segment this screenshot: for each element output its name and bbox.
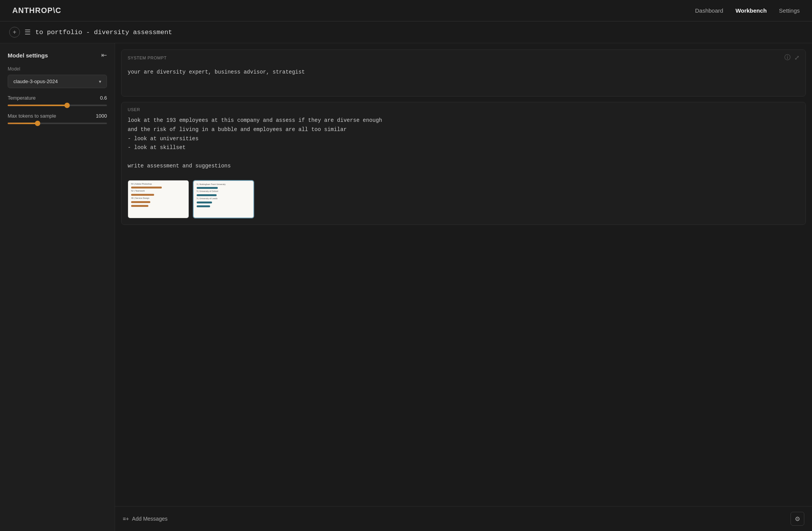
subheader: + ☰ to portfolio - diversity assessment [0,21,812,43]
thumb-row: 54 | Adobe Photoshop [131,183,186,186]
thumb-label: 5 | University of Leeds [197,197,224,200]
system-prompt-content[interactable]: your are diversity expert, business advi… [122,66,805,96]
info-icon[interactable]: ⓘ [784,54,791,62]
model-select-value: claude-3-opus-2024 [13,79,58,84]
nav-settings[interactable]: Settings [779,7,800,14]
user-message-content[interactable]: look at the 193 employees at this compan… [122,114,805,176]
thumb-bar [197,194,217,196]
page-title: to portfolio - diversity assessment [35,29,172,36]
thumb-bar [131,201,150,203]
thumbnail-1[interactable]: 54 | Adobe Photoshop 52 | Teamwork 49 | … [128,180,189,218]
max-tokens-slider[interactable] [8,123,107,124]
system-prompt-icons: ⓘ ⤢ [784,54,799,62]
max-tokens-fill [8,123,38,124]
thumb-bar [197,205,210,207]
nav-dashboard[interactable]: Dashboard [695,7,723,14]
max-tokens-row: Max tokens to sample 1000 [8,113,107,119]
thumb-row: 5 | University of Leeds [197,197,250,200]
thumb-row: 5 | University of Oxford [197,190,250,193]
temperature-thumb[interactable] [64,103,70,108]
temperature-slider[interactable] [8,105,107,106]
system-prompt-box: System Prompt ⓘ ⤢ your are diversity exp… [121,49,806,97]
add-messages-label: Add Messages [132,516,168,522]
thumb-row: 49 | Service Design [131,197,186,200]
workspace: Model settings ⇤ Model claude-3-opus-202… [0,43,812,531]
right-scrollable: System Prompt ⓘ ⤢ your are diversity exp… [115,43,812,506]
system-prompt-header: System Prompt ⓘ ⤢ [122,50,805,66]
attachment-thumbnails: 54 | Adobe Photoshop 52 | Teamwork 49 | … [122,176,805,225]
thumb-label: 54 | Adobe Photoshop [131,183,158,186]
user-message-header: USER [122,102,805,114]
system-prompt-label: System Prompt [128,56,167,60]
thumb-bar [197,202,212,203]
list-icon[interactable]: ☰ [25,28,31,36]
thumb-row: 52 | Teamwork [131,190,186,193]
thumb-bar [131,187,162,188]
thumbnail-1-content: 54 | Adobe Photoshop 52 | Teamwork 49 | … [128,180,189,218]
temperature-value: 0.6 [100,95,107,101]
bottom-bar: ≡+ Add Messages ⚙ [115,506,812,531]
thumb-bar [131,194,154,196]
thumb-label: 5 | University of Oxford [197,190,224,193]
nav-workbench[interactable]: Workbench [735,7,766,14]
max-tokens-section: Max tokens to sample 1000 [8,113,107,124]
thumb-label: 52 | Teamwork [131,190,158,193]
collapse-sidebar-button[interactable]: ⇤ [101,51,107,59]
max-tokens-label: Max tokens to sample [8,113,56,119]
max-tokens-thumb[interactable] [35,121,40,126]
thumb-bar [197,187,218,189]
thumb-row: 5 | Nottingham Trent University [197,183,250,186]
right-panel: System Prompt ⓘ ⤢ your are diversity exp… [115,43,812,531]
thumb-label: 5 | Nottingham Trent University [197,183,225,186]
thumb-bar [131,205,148,207]
app-logo: ANTHROP\C [12,6,61,15]
new-item-button[interactable]: + [9,27,20,38]
model-label: Model [8,66,107,72]
topnav: ANTHROP\C Dashboard Workbench Settings [0,0,812,21]
run-settings-button[interactable]: ⚙ [791,512,804,526]
model-select-dropdown[interactable]: claude-3-opus-2024 ▾ [8,75,107,88]
nav-links: Dashboard Workbench Settings [695,7,800,14]
model-settings-panel: Model settings ⇤ Model claude-3-opus-202… [0,43,115,531]
temperature-section: Temperature 0.6 [8,95,107,106]
temperature-label: Temperature [8,95,36,101]
temperature-fill [8,105,67,106]
max-tokens-value: 1000 [96,113,107,119]
user-message-box: USER look at the 193 employees at this c… [121,102,806,225]
thumbnail-2-content: 5 | Nottingham Trent University 5 | Univ… [194,181,253,218]
sliders-icon: ⚙ [795,515,800,523]
model-section: Model claude-3-opus-2024 ▾ [8,66,107,88]
add-messages-icon: ≡+ [123,516,129,522]
sidebar-header: Model settings ⇤ [8,51,107,59]
add-messages-button[interactable]: ≡+ Add Messages [123,516,168,522]
thumb-label: 49 | Service Design [131,197,158,200]
temperature-row: Temperature 0.6 [8,95,107,101]
chevron-down-icon: ▾ [99,79,101,84]
expand-icon[interactable]: ⤢ [794,54,799,61]
user-message-label: USER [128,107,140,112]
sidebar-title: Model settings [8,52,48,59]
thumbnail-2[interactable]: 5 | Nottingham Trent University 5 | Univ… [193,180,254,218]
